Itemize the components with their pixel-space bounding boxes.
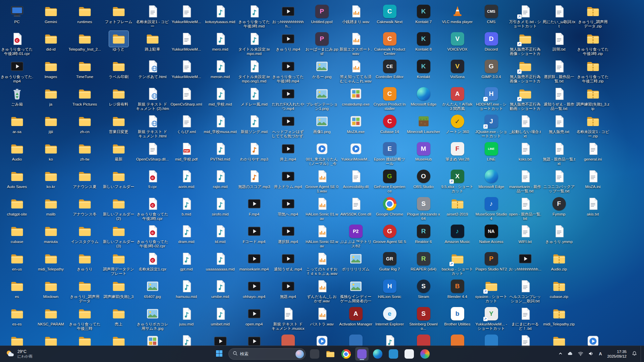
desktop-icon-r5c17[interactable]: 無人販売.txt (542, 113, 576, 141)
desktop-icon-r2c6[interactable]: YukkuriMovieM... (169, 31, 203, 58)
desktop-icon-r3c16[interactable]: 無人販売不正行為画像 - ショートカット (508, 58, 542, 86)
desktop-icon-r8c6[interactable]: b.mid (169, 196, 203, 223)
desktop-icon-r7c14[interactable]: X9.5.xlsx - ショートカット (440, 168, 474, 196)
desktop-icon-r5c14[interactable]: ✓ノートン 360 (440, 113, 474, 141)
desktop-icon-r2c10[interactable]: Pおーばーまにみ.ppsf (305, 31, 339, 58)
desktop-icon-r11c17[interactable]: cubase.zip (542, 278, 576, 306)
desktop-icon-r10c3[interactable]: きゅうり (68, 251, 102, 278)
desktop-icon-r6c4[interactable]: 最新 (102, 141, 136, 168)
desktop-icon-r7c6[interactable]: aorin.mid (169, 168, 203, 196)
desktop-icon-r5c11[interactable]: MoZA.exe (339, 113, 373, 141)
desktop-icon-r2c2[interactable]: did-id (34, 31, 68, 58)
desktop-icon-r4c7[interactable]: mid_学校.mid (203, 86, 237, 113)
desktop-icon-r9c3[interactable]: インスタグラム (68, 223, 102, 251)
desktop-icon-r6c9[interactable]: 井上.mp4 (271, 141, 305, 168)
desktop-icon-r8c14[interactable]: airset2-2019 (440, 196, 474, 223)
pinned-google-chrome[interactable] (339, 347, 353, 361)
desktop-icon-r12c11[interactable]: AActivation Manager (339, 306, 373, 333)
desktop-icon-r3c14[interactable]: VVoiSona (440, 58, 474, 86)
desktop-icon-r5c6[interactable]: くらび.xml (169, 113, 203, 141)
desktop-icon-r11c4[interactable]: 調声練習(失敗)_3 (102, 278, 136, 306)
desktop-icon-r8c3[interactable]: アナウンス冬 (68, 196, 102, 223)
desktop-icon-r10c5[interactable]: C名称未設定1.cpr (136, 251, 169, 278)
desktop-icon-r11c6[interactable]: hamusu.mid (169, 278, 203, 306)
desktop-icon-r3c9[interactable]: きゅうり食ってた午後3時.mp4 (271, 58, 305, 86)
desktop-icon-r12c15[interactable]: YYukkuriMovieM... - ショートカット (474, 306, 508, 333)
desktop-icon-r5c1[interactable]: ar-sa (0, 113, 34, 141)
desktop-icon-r9c5[interactable]: Cきゅうり食ってた午後3時-02.cpr (136, 223, 169, 251)
desktop-icon-r5c3[interactable]: zh-cn (68, 113, 102, 141)
desktop-icon-r2c3[interactable]: Telepathy_Inst_2... (68, 31, 102, 58)
desktop-icon-r6c12[interactable]: EEpson 接続診断ツール (373, 141, 407, 168)
desktop-icon-r10c2[interactable]: midi_Telepathy (34, 251, 68, 278)
desktop-icon-r9c2[interactable]: maniuta (34, 223, 68, 251)
desktop-icon-r2c14[interactable]: VVOICEVOX (440, 31, 474, 58)
desktop-icon-r10c15[interactable]: PPiapro Studio NT2 (474, 251, 508, 278)
desktop-icon-r10c13[interactable]: RREAPER (x64) (407, 251, 440, 278)
desktop-icon-r7c15[interactable]: Microsoft Edge (474, 168, 508, 196)
desktop-icon-r3c12[interactable]: CEController Editor (373, 58, 407, 86)
desktop-icon-r3c4[interactable]: ラベル印刷 (102, 58, 136, 86)
start-button[interactable] (213, 347, 226, 361)
desktop-icon-r11c14[interactable]: BBlender 4.4 (440, 278, 474, 306)
desktop-icon-r6c6[interactable]: PDFmid_学校.pdf (169, 141, 203, 168)
desktop-icon-r4c15[interactable]: HHDDFMT.exe - ショートカット (474, 86, 508, 113)
desktop-icon-r7c3[interactable]: アナウンス夏 (68, 168, 102, 196)
desktop-icon-r4c2[interactable]: ja (34, 86, 68, 113)
desktop-icon-r11c8[interactable]: ohhayo-.mp4 (237, 278, 271, 306)
desktop-icon-r12c13[interactable]: SSteinberg Downlo... (407, 306, 440, 333)
desktop-icon-r9c14[interactable]: ♪Amazon Music (440, 223, 474, 251)
desktop-icon-r8c8[interactable]: F.mp4 (237, 196, 271, 223)
desktop-icon-r10c9[interactable]: 通知うぜえ.mp4 (271, 251, 305, 278)
desktop-icon-r4c4[interactable]: レジ袋有料 (102, 86, 136, 113)
desktop-icon-r1c18[interactable]: きゅうり_調声用データ.zip (576, 3, 610, 31)
desktop-icon-r7c7[interactable]: rajio.mid (203, 168, 237, 196)
desktop-icon-r5c15[interactable]: JJQuake.exe - ショートカット (474, 113, 508, 141)
desktop-icon-r9c16[interactable]: WIFI.txt (508, 223, 542, 251)
desktop-icon-r3c2[interactable]: Images (34, 58, 68, 86)
desktop-icon-r6c8[interactable]: わかりやす.mp3 (237, 141, 271, 168)
desktop-icon-r12c3[interactable]: きゅうり食ってた午後三時 (68, 306, 102, 333)
desktop-icon-r8c13[interactable]: SPlogue sforzando x64 (407, 196, 440, 223)
desktop-icon-r11c16[interactable]: ヘルスコンプレッション__歌詞.txt (508, 278, 542, 306)
desktop-icon-r2c16[interactable]: 無人販売不正行為画像 - ショートカッ... (508, 31, 542, 58)
desktop-icon-r4c5[interactable]: 新規 テキスト ドキュメント (2).html (136, 86, 169, 113)
desktop-icon-r10c12[interactable]: GRGuitar Rig 7 (373, 251, 407, 278)
desktop-icon-r5c8[interactable]: 新規ソング.mid (237, 113, 271, 141)
desktop-icon-r9c10[interactable]: HALion Sonic 02.wav (305, 223, 339, 251)
desktop-icon-r4c13[interactable]: Microsoft Edge (407, 86, 440, 113)
desktop-icon-r10c17[interactable]: Audio.zip (542, 251, 576, 278)
desktop-icon-r8c4[interactable]: 新しいフォルダー (2) (102, 196, 136, 223)
desktop-icon-r7c2[interactable]: ko-kr (34, 168, 68, 196)
desktop-icon-r8c1[interactable]: chatgpt-site (0, 196, 34, 223)
desktop-icon-r2c15[interactable]: DDiscord (474, 31, 508, 58)
desktop-icon-r11c5[interactable]: 65407.jpg (136, 278, 169, 306)
desktop-icon-r9c17[interactable]: きゅうり.ymmp (542, 223, 576, 251)
desktop-icon-r9c1[interactable]: cubase (0, 223, 34, 251)
desktop-icon-r10c11[interactable]: ポリリリリズム (339, 251, 373, 278)
desktop-icon-r11c1[interactable]: es (0, 278, 34, 306)
desktop-icon-r5c5[interactable]: 新規 テキスト ドキュメント.html (136, 113, 169, 141)
desktop-icon-r12c4[interactable]: 売上 (102, 306, 136, 333)
desktop-icon-r3c13[interactable]: KKontakt (407, 58, 440, 86)
desktop-icon-r11c2[interactable]: Mixdown (34, 278, 68, 306)
weather-widget[interactable]: 29°C にわか雨 (3, 348, 36, 360)
desktop-icon-r1c14[interactable]: VLC media player (440, 3, 474, 31)
desktop-icon-r3c15[interactable]: GGIMP 3.0.4 (474, 58, 508, 86)
desktop-icon-r1c1[interactable]: PC (0, 3, 34, 31)
desktop-icon-r10c6[interactable]: gpt.mid (169, 251, 203, 278)
desktop-icon-r4c3[interactable]: Track Pictures (68, 86, 102, 113)
desktop-icon-r9c12[interactable]: GGroove Agent SE 5 (373, 223, 407, 251)
desktop-icon-r3c6[interactable]: YukkuriMovieM... (169, 58, 203, 86)
desktop-icon-r7c17[interactable]: ニコニコバックアップ一覧.txt (542, 168, 576, 196)
desktop-icon-r5c10[interactable]: 画像1.png (305, 113, 339, 141)
desktop-icon-r8c10[interactable]: HALion Sonic 01.wav (305, 196, 339, 223)
desktop-icon-r9c7[interactable]: td.mid (203, 223, 237, 251)
desktop-icon-r11c12[interactable]: HHALion Sonic (373, 278, 407, 306)
desktop-icon-r1c8[interactable]: きゅうり食ってた午後3時.mid (237, 3, 271, 31)
desktop-icon-r6c5[interactable]: OpenCvSharp.dll... (136, 141, 169, 168)
desktop-icon-r9c8[interactable]: Fコード.mp4 (237, 223, 271, 251)
desktop-icon-r7c8[interactable]: 無題のスコア.mp3 (237, 168, 271, 196)
volume-button[interactable] (586, 348, 596, 360)
desktop-icon-r3c7[interactable]: meroin.mid (203, 58, 237, 86)
